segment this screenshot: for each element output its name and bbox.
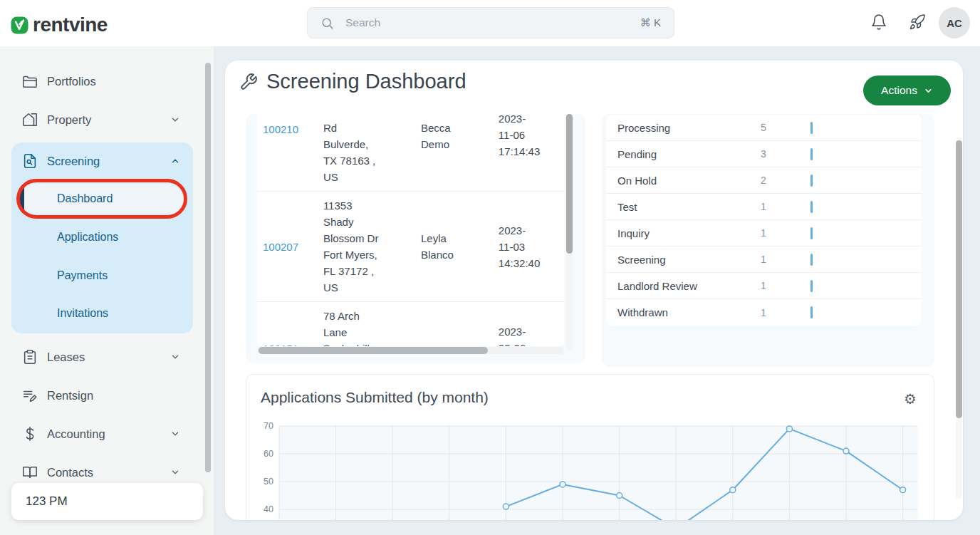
page-title: Screening Dashboard bbox=[266, 70, 466, 93]
application-id-link[interactable]: 100207 bbox=[263, 239, 312, 255]
status-mini-bar bbox=[810, 227, 813, 239]
application-address: Rd Bulverde, TX 78163 , US bbox=[323, 120, 410, 185]
sidebar-item-dashboard-active[interactable]: Dashboard bbox=[20, 184, 184, 214]
status-count: 3 bbox=[752, 148, 775, 160]
application-id-link[interactable]: 100210 bbox=[263, 121, 312, 137]
sidebar-item-label: Accounting bbox=[47, 427, 105, 441]
search-icon bbox=[320, 16, 334, 30]
contacts-book-icon bbox=[22, 464, 38, 480]
applicant-name: Leyla Blanco bbox=[421, 230, 487, 263]
table-row[interactable]: 100151 78 Arch Lane Zephyrhills, 2023- 0… bbox=[257, 302, 564, 347]
applications-table: 100210 Rd Bulverde, TX 78163 , US Becca … bbox=[257, 114, 564, 346]
status-mini-bar bbox=[810, 148, 813, 160]
status-row: Test 1 bbox=[606, 194, 922, 220]
wrench-icon bbox=[239, 73, 258, 91]
main-content-card: Screening Dashboard Actions 100210 Rd Bu… bbox=[225, 61, 963, 520]
status-mini-bar bbox=[810, 306, 813, 318]
table-vertical-scrollbar-thumb[interactable] bbox=[566, 114, 573, 254]
sidebar-item-label: Contacts bbox=[47, 466, 93, 479]
application-id-link[interactable]: 100151 bbox=[263, 341, 312, 346]
sidebar-item-label: Leases bbox=[47, 350, 85, 364]
top-bar: rentvine ⌘ K AC bbox=[0, 0, 980, 46]
application-date: 2023- 09-26 bbox=[499, 323, 558, 346]
portfolio-folder-icon bbox=[22, 73, 38, 89]
page-header: Screening Dashboard bbox=[239, 70, 466, 93]
sidebar-item-label: Portfolios bbox=[47, 75, 96, 88]
table-horizontal-scrollbar-thumb[interactable] bbox=[259, 347, 488, 354]
sidebar-item-invitations[interactable]: Invitations bbox=[11, 303, 193, 323]
status-label: Test bbox=[606, 201, 752, 213]
status-label: Pending bbox=[606, 148, 752, 160]
sidebar-item-leases[interactable]: Leases bbox=[11, 343, 193, 371]
brand-wordmark: rentvine bbox=[33, 14, 108, 36]
sidebar-item-label: Applications bbox=[57, 231, 118, 244]
status-count: 1 bbox=[752, 201, 775, 212]
sidebar-item-applications[interactable]: Applications bbox=[11, 227, 193, 247]
sidebar-scrollbar[interactable] bbox=[205, 63, 211, 472]
main-scrollbar-thumb[interactable] bbox=[956, 140, 962, 418]
applicant-name: Becca Demo bbox=[421, 120, 487, 152]
sidebar-nav: Portfolios Property Screening Dashboard … bbox=[0, 46, 214, 535]
status-label: On Hold bbox=[606, 175, 752, 187]
sidebar-item-label: Rentsign bbox=[47, 389, 93, 402]
status-row: On Hold 2 bbox=[606, 167, 922, 194]
status-mini-bar bbox=[810, 175, 813, 187]
signature-icon bbox=[22, 388, 38, 403]
chevron-down-icon bbox=[170, 352, 180, 362]
sidebar-item-label: Payments bbox=[57, 269, 108, 282]
status-count: 1 bbox=[752, 280, 775, 291]
sidebar-item-payments[interactable]: Payments bbox=[11, 266, 193, 286]
status-mini-bar bbox=[810, 201, 813, 213]
status-label: Withdrawn bbox=[606, 306, 752, 318]
sidebar-item-label: Invitations bbox=[57, 307, 108, 320]
search-input[interactable] bbox=[344, 16, 640, 30]
actions-button[interactable]: Actions bbox=[863, 76, 951, 105]
sidebar-item-property[interactable]: Property bbox=[11, 105, 193, 134]
notifications-bell-icon[interactable] bbox=[870, 14, 890, 33]
application-date: 2023- 11-06 17:14:43 bbox=[499, 114, 558, 160]
sidebar-item-portfolios[interactable]: Portfolios bbox=[11, 67, 193, 95]
sidebar-item-label: Property bbox=[47, 113, 91, 127]
status-mini-bar bbox=[810, 122, 813, 134]
status-list: Processing 5 Pending 3 On Hold 2 Test 1 … bbox=[606, 115, 922, 326]
chevron-up-icon bbox=[170, 156, 180, 166]
clipboard-icon bbox=[22, 349, 38, 365]
dollar-icon bbox=[22, 426, 38, 442]
table-row[interactable]: 100207 11353 Shady Blossom Dr Fort Myers… bbox=[257, 192, 564, 302]
status-row: Inquiry 1 bbox=[606, 220, 922, 246]
sidebar-item-contacts[interactable]: Contacts bbox=[11, 458, 193, 487]
status-row: Withdrawn 1 bbox=[606, 299, 922, 326]
table-row[interactable]: 100210 Rd Bulverde, TX 78163 , US Becca … bbox=[257, 114, 564, 192]
svg-text:70: 70 bbox=[264, 421, 273, 431]
applications-chart-card: 70605040 Applications Submitted (by mont… bbox=[246, 374, 934, 520]
sidebar-item-rentsign[interactable]: Rentsign bbox=[11, 381, 193, 410]
svg-text:60: 60 bbox=[264, 449, 273, 459]
application-address: 78 Arch Lane Zephyrhills, bbox=[323, 308, 410, 346]
search-shortcut-hint: ⌘ K bbox=[640, 16, 661, 29]
rentvine-logo[interactable]: rentvine bbox=[10, 14, 108, 36]
sidebar-item-accounting[interactable]: Accounting bbox=[11, 420, 193, 448]
chevron-down-icon bbox=[170, 115, 180, 125]
chart-title: Applications Submitted (by month) bbox=[261, 389, 489, 406]
application-date: 2023- 11-03 14:32:40 bbox=[499, 222, 558, 271]
status-mini-bar bbox=[810, 280, 813, 292]
status-label: Processing bbox=[606, 122, 752, 134]
sidebar-item-screening[interactable]: Screening bbox=[11, 147, 193, 175]
sidebar-item-label: Screening bbox=[47, 155, 100, 168]
status-count: 1 bbox=[752, 307, 775, 318]
status-count: 1 bbox=[752, 254, 775, 265]
status-row: Screening 1 bbox=[606, 246, 922, 273]
recent-applications-panel: 100210 Rd Bulverde, TX 78163 , US Becca … bbox=[246, 114, 585, 363]
chevron-down-icon bbox=[924, 86, 933, 95]
chevron-down-icon bbox=[170, 467, 180, 477]
rentvine-logo-icon bbox=[10, 16, 29, 35]
status-mini-bar bbox=[810, 254, 813, 266]
global-search[interactable]: ⌘ K bbox=[307, 7, 674, 38]
status-count: 2 bbox=[752, 175, 775, 186]
user-avatar[interactable]: AC bbox=[939, 7, 970, 38]
gear-icon[interactable]: ⚙ bbox=[904, 390, 917, 407]
sidebar-item-label: Dashboard bbox=[57, 192, 113, 205]
building-icon bbox=[22, 112, 38, 128]
actions-button-label: Actions bbox=[881, 84, 917, 97]
whats-new-rocket-icon[interactable] bbox=[909, 14, 929, 33]
